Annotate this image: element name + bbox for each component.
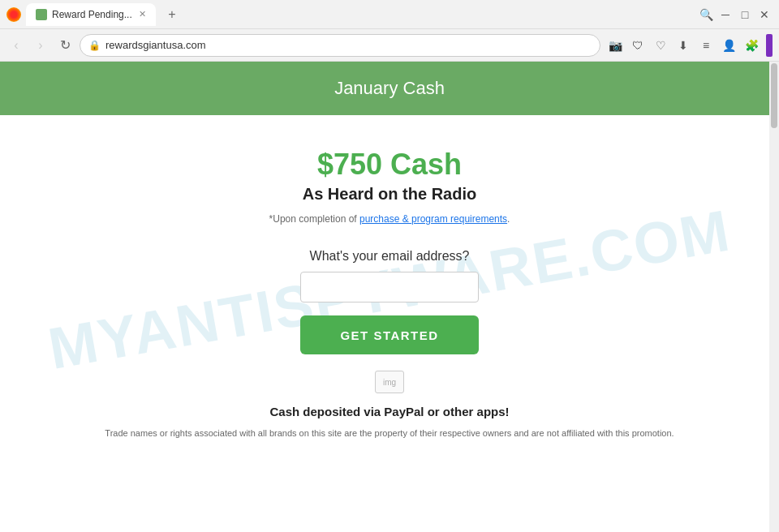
shield-icon[interactable]: 🛡: [628, 36, 648, 55]
page-header: January Cash: [0, 62, 779, 115]
email-label: What's your email address?: [310, 249, 470, 264]
back-button[interactable]: ‹: [6, 36, 26, 55]
paypal-icon-area: img: [375, 371, 404, 393]
email-input[interactable]: [300, 272, 479, 302]
page-title: January Cash: [16, 78, 763, 99]
terms-link[interactable]: purchase & program requirements: [359, 213, 507, 225]
browser-tab[interactable]: Reward Pending... ✕: [26, 3, 156, 26]
address-bar[interactable]: 🔒 rewardsgiantusa.com: [80, 34, 600, 57]
window-controls: 🔍 ─ □ ✕: [698, 6, 773, 23]
nav-icons-right: 📷 🛡 ♡ ⬇ ≡ 👤 🧩: [605, 34, 773, 57]
forward-button[interactable]: ›: [31, 36, 50, 55]
account-icon[interactable]: 👤: [719, 36, 738, 55]
navbar: ‹ › ↻ 🔒 rewardsgiantusa.com 📷 🛡 ♡ ⬇ ≡ 👤 …: [0, 29, 779, 62]
opera-sidebar[interactable]: [766, 34, 773, 57]
camera-icon[interactable]: 📷: [605, 36, 625, 55]
minimize-button[interactable]: ─: [717, 6, 734, 23]
titlebar: Reward Pending... ✕ + 🔍 ─ □ ✕: [0, 0, 779, 29]
scrollbar-thumb[interactable]: [771, 63, 777, 128]
browser-frame: Reward Pending... ✕ + 🔍 ─ □ ✕ ‹ › ↻ 🔒 re…: [0, 0, 779, 532]
terms-prefix: *Upon completion of: [269, 213, 359, 225]
refresh-button[interactable]: ↻: [55, 36, 75, 55]
new-tab-button[interactable]: +: [161, 3, 183, 26]
scrollbar[interactable]: [769, 62, 779, 532]
search-button[interactable]: 🔍: [698, 6, 714, 23]
maximize-button[interactable]: □: [737, 6, 753, 23]
extension-icon[interactable]: 🧩: [742, 36, 761, 55]
terms-text: *Upon completion of purchase & program r…: [269, 213, 510, 225]
terms-suffix: .: [507, 213, 510, 225]
tab-title: Reward Pending...: [52, 9, 132, 20]
menu-icon[interactable]: ≡: [696, 36, 716, 55]
cash-amount: $750 Cash: [317, 148, 462, 182]
get-started-button[interactable]: GET STARTED: [300, 315, 479, 354]
cash-subtitle: As Heard on the Radio: [303, 185, 476, 204]
lock-icon: 🔒: [88, 40, 101, 51]
footer-disclaimer: Trade names or rights associated with al…: [105, 427, 674, 440]
heart-icon[interactable]: ♡: [651, 36, 670, 55]
paypal-image: img: [375, 371, 404, 393]
close-button[interactable]: ✕: [756, 6, 773, 23]
page-content: January Cash MYANTISPYWARE.COM $750 Cash…: [0, 62, 779, 532]
download-icon[interactable]: ⬇: [674, 36, 693, 55]
url-text: rewardsgiantusa.com: [105, 39, 592, 51]
tab-close-button[interactable]: ✕: [139, 9, 146, 19]
paypal-text: Cash deposited via PayPal or other apps!: [269, 405, 509, 418]
main-content: MYANTISPYWARE.COM $750 Cash As Heard on …: [0, 115, 779, 465]
opera-logo: [6, 7, 21, 22]
tab-favicon: [36, 9, 47, 20]
